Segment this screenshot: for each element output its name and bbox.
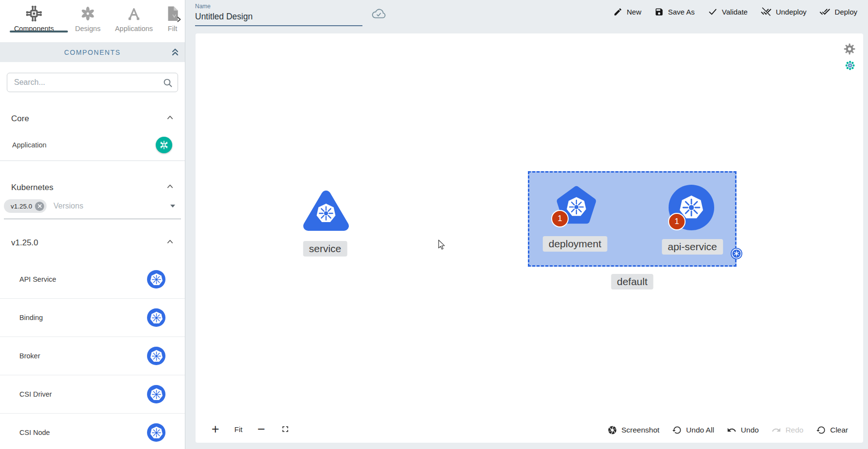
remove-version-icon[interactable] bbox=[35, 202, 44, 211]
name-field-label: Name bbox=[195, 3, 362, 10]
kubernetes-icon bbox=[147, 423, 165, 442]
redo-icon bbox=[771, 425, 781, 435]
section-kubernetes: Kubernetes v1.25.0 Versions bbox=[0, 182, 185, 219]
component-item-csi-node[interactable]: CSI Node bbox=[0, 413, 185, 449]
panel-title: COMPONENTS bbox=[64, 48, 120, 56]
search-icon bbox=[163, 78, 173, 90]
components-chip-icon bbox=[24, 3, 44, 24]
component-item-api-service[interactable]: API Service bbox=[0, 260, 185, 298]
shutter-icon bbox=[607, 425, 617, 435]
component-item-application[interactable]: Application bbox=[0, 129, 185, 160]
service-triangle-icon bbox=[302, 188, 350, 235]
undo-button[interactable]: Undo bbox=[727, 425, 759, 435]
cloud-sync-icon bbox=[370, 8, 387, 22]
versions-placeholder: Versions bbox=[53, 202, 170, 210]
undo-icon bbox=[727, 425, 737, 435]
node-label-service: service bbox=[303, 241, 347, 257]
design-canvas[interactable]: service 1 deployment 1 api-service bbox=[196, 33, 863, 443]
section-divider bbox=[0, 160, 185, 161]
kubernetes-icon bbox=[147, 270, 165, 289]
section-v1-25-0: v1.25.0 API Service Binding Broker CSI D… bbox=[0, 238, 185, 449]
component-item-label: CSI Node bbox=[19, 429, 50, 436]
component-item-binding[interactable]: Binding bbox=[0, 298, 185, 337]
search-input[interactable] bbox=[7, 73, 178, 92]
component-item-label: Broker bbox=[19, 352, 40, 360]
zoom-out-button[interactable]: − bbox=[255, 423, 268, 435]
tab-designs-label: Designs bbox=[75, 25, 100, 32]
section-core: Core Application bbox=[0, 113, 185, 161]
fit-button[interactable]: Fit bbox=[234, 425, 243, 433]
deployment-count-badge: 1 bbox=[551, 210, 569, 227]
deploy-button[interactable]: Deploy bbox=[819, 6, 857, 17]
designs-pinwheel-icon bbox=[80, 3, 96, 24]
tab-components[interactable]: Components bbox=[0, 2, 68, 42]
screenshot-button[interactable]: Screenshot bbox=[607, 425, 659, 435]
floppy-icon bbox=[655, 7, 664, 16]
zoom-toolbar: + Fit − bbox=[209, 423, 290, 435]
kubernetes-icon bbox=[147, 347, 165, 365]
applications-a-icon bbox=[126, 3, 142, 24]
pencil-icon bbox=[613, 7, 622, 16]
redo-button: Redo bbox=[771, 425, 803, 435]
kubernetes-context-icon[interactable] bbox=[845, 60, 855, 73]
core-collapse-icon[interactable] bbox=[166, 113, 174, 124]
group-kubernetes-handle-icon[interactable] bbox=[730, 247, 743, 262]
collapse-panel-icon[interactable] bbox=[170, 47, 180, 59]
version-chip: v1.25.0 bbox=[4, 199, 47, 213]
kubernetes-icon bbox=[147, 385, 165, 403]
component-search bbox=[7, 73, 178, 92]
sidebar-tab-strip: Components bbox=[0, 0, 185, 42]
component-list: API Service Binding Broker CSI Driver CS… bbox=[0, 260, 185, 449]
node-label-api-service: api-service bbox=[662, 239, 723, 255]
fullscreen-icon bbox=[280, 424, 290, 434]
screenshot-button-label: Screenshot bbox=[622, 426, 659, 434]
components-sidebar: Components bbox=[0, 0, 185, 449]
history-toolbar: Screenshot Undo All Undo Redo bbox=[607, 425, 848, 435]
header-actions: New Save As Validate Unde bbox=[613, 6, 857, 17]
kubernetes-icon bbox=[147, 308, 165, 327]
canvas-settings-gear-icon[interactable] bbox=[843, 43, 856, 57]
save-as-button[interactable]: Save As bbox=[655, 7, 695, 16]
versions-select[interactable]: v1.25.0 Versions bbox=[4, 199, 181, 219]
kubernetes-collapse-icon[interactable] bbox=[166, 182, 174, 192]
versions-dropdown-icon[interactable] bbox=[170, 205, 175, 208]
component-item-label: Binding bbox=[19, 314, 43, 321]
fullscreen-button[interactable] bbox=[280, 424, 290, 434]
save-as-button-label: Save As bbox=[668, 8, 695, 16]
node-service[interactable] bbox=[302, 188, 350, 237]
tab-applications[interactable]: Applications bbox=[108, 2, 160, 42]
undeploy-icon bbox=[761, 6, 771, 17]
application-item-label: Application bbox=[12, 141, 47, 149]
undeploy-button[interactable]: Undeploy bbox=[761, 6, 806, 17]
validate-button-label: Validate bbox=[722, 8, 748, 16]
version-chip-label: v1.25.0 bbox=[11, 203, 32, 210]
restore-icon bbox=[672, 425, 682, 435]
panel-header: COMPONENTS bbox=[0, 42, 185, 62]
deploy-button-label: Deploy bbox=[835, 8, 857, 16]
design-name-input[interactable] bbox=[195, 10, 362, 26]
new-button[interactable]: New bbox=[613, 7, 641, 16]
tab-scroll-right-icon[interactable] bbox=[175, 16, 183, 25]
undeploy-button-label: Undeploy bbox=[776, 8, 806, 16]
api-service-count-badge: 1 bbox=[668, 213, 686, 230]
redo-button-label: Redo bbox=[786, 426, 803, 434]
clear-button-label: Clear bbox=[830, 426, 848, 434]
design-header: Name New Save As bbox=[185, 0, 868, 33]
undo-all-button[interactable]: Undo All bbox=[672, 425, 714, 435]
component-item-csi-driver[interactable]: CSI Driver bbox=[0, 375, 185, 413]
new-button-label: New bbox=[627, 8, 641, 16]
clear-button[interactable]: Clear bbox=[816, 425, 848, 435]
core-section-title: Core bbox=[11, 114, 29, 124]
validate-button[interactable]: Validate bbox=[708, 7, 748, 16]
version-group-collapse-icon[interactable] bbox=[166, 238, 174, 248]
application-mesh-icon bbox=[156, 137, 172, 153]
zoom-in-button[interactable]: + bbox=[209, 423, 222, 435]
undo-all-button-label: Undo All bbox=[686, 426, 714, 434]
active-tab-indicator bbox=[10, 31, 68, 32]
done-all-icon bbox=[819, 6, 830, 17]
tab-applications-label: Applications bbox=[115, 25, 153, 32]
node-label-namespace-default: default bbox=[611, 274, 653, 289]
clear-restore-icon bbox=[816, 425, 826, 435]
tab-designs[interactable]: Designs bbox=[68, 2, 108, 42]
component-item-broker[interactable]: Broker bbox=[0, 337, 185, 375]
